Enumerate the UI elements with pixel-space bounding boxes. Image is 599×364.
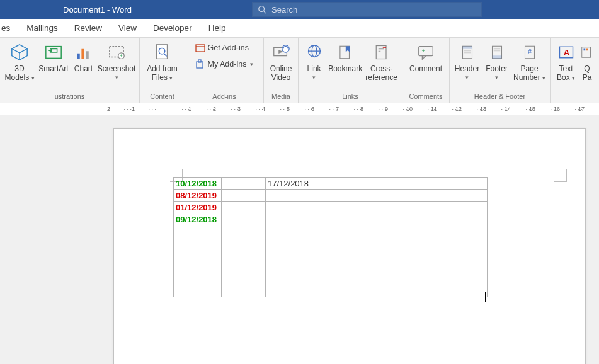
table-row[interactable]: [174, 285, 488, 297]
table-cell[interactable]: [311, 178, 355, 190]
tab-mailings[interactable]: Mailings: [18, 19, 66, 38]
get-addins-button[interactable]: Get Add-ins: [195, 43, 254, 53]
table-cell[interactable]: [355, 178, 399, 190]
table-cell[interactable]: [266, 237, 311, 249]
table-cell[interactable]: [399, 249, 443, 261]
table-cell[interactable]: [355, 273, 399, 285]
table-row[interactable]: 01/12/2019: [174, 202, 488, 213]
table-cell[interactable]: [311, 249, 355, 261]
table-cell[interactable]: [222, 190, 266, 202]
table-cell[interactable]: [399, 273, 443, 285]
table-row[interactable]: 08/12/2019: [174, 190, 488, 202]
table-cell[interactable]: [222, 178, 266, 190]
table-cell[interactable]: [174, 273, 222, 285]
table-row[interactable]: [174, 225, 488, 237]
table-cell[interactable]: [443, 190, 488, 202]
table-cell[interactable]: [222, 202, 266, 213]
table-cell[interactable]: [266, 273, 311, 285]
smartart-button[interactable]: SmartArt: [37, 40, 71, 83]
table-row[interactable]: 10/12/201817/12/2018: [174, 178, 488, 190]
table-cell[interactable]: [266, 190, 311, 202]
table-cell[interactable]: [174, 285, 222, 297]
quick-parts-button[interactable]: Q Pa: [579, 40, 595, 83]
table-cell[interactable]: [443, 178, 488, 190]
table-cell[interactable]: [222, 237, 266, 249]
table-row[interactable]: [174, 249, 488, 261]
table-cell[interactable]: [399, 178, 443, 190]
table-cell[interactable]: [399, 202, 443, 213]
link-button[interactable]: Link ▾: [301, 40, 327, 83]
screenshot-button[interactable]: + Screenshot ▾: [96, 40, 137, 83]
table-cell[interactable]: [355, 261, 399, 273]
table-cell[interactable]: 08/12/2019: [174, 190, 222, 202]
tab-partial[interactable]: es: [0, 19, 18, 38]
table-row[interactable]: [174, 273, 488, 285]
online-video-button[interactable]: Online Video: [266, 40, 295, 83]
table-cell[interactable]: [222, 261, 266, 273]
page-number-button[interactable]: # Page Number ▾: [511, 40, 547, 84]
table-cell[interactable]: [174, 225, 222, 237]
table-cell[interactable]: [355, 237, 399, 249]
chart-button[interactable]: Chart: [71, 40, 96, 83]
tab-help[interactable]: Help: [200, 19, 234, 38]
table-cell[interactable]: [399, 237, 443, 249]
table-cell[interactable]: [266, 225, 311, 237]
table-row[interactable]: [174, 261, 488, 273]
table-cell[interactable]: [311, 261, 355, 273]
table-cell[interactable]: [355, 202, 399, 213]
table-cell[interactable]: [443, 249, 488, 261]
table-cell[interactable]: [443, 261, 488, 273]
table-cell[interactable]: [222, 285, 266, 297]
table-cell[interactable]: [266, 249, 311, 261]
table-cell[interactable]: [443, 285, 488, 297]
table-row[interactable]: [174, 237, 488, 249]
table-cell[interactable]: [355, 285, 399, 297]
table-cell[interactable]: [399, 190, 443, 202]
table-cell[interactable]: [311, 202, 355, 213]
table-cell[interactable]: [222, 213, 266, 225]
tab-view[interactable]: View: [110, 19, 145, 38]
table-cell[interactable]: [443, 213, 488, 225]
bookmark-button[interactable]: Bookmark: [327, 40, 363, 83]
table-cell[interactable]: 01/12/2019: [174, 202, 222, 213]
document-table[interactable]: 10/12/201817/12/201808/12/201901/12/2019…: [173, 177, 488, 297]
table-cell[interactable]: [266, 261, 311, 273]
table-cell[interactable]: [399, 261, 443, 273]
table-cell[interactable]: [311, 273, 355, 285]
search-box[interactable]: Search: [252, 2, 482, 17]
tab-review[interactable]: Review: [66, 19, 110, 38]
3d-models-button[interactable]: 3D Models ▾: [3, 40, 37, 84]
add-from-files-button[interactable]: Add from Files ▾: [142, 40, 182, 84]
table-cell[interactable]: [266, 202, 311, 213]
table-cell[interactable]: [311, 237, 355, 249]
table-cell[interactable]: [311, 285, 355, 297]
table-cell[interactable]: [355, 225, 399, 237]
table-cell[interactable]: [174, 237, 222, 249]
cross-reference-button[interactable]: Cross- reference: [363, 40, 399, 83]
page[interactable]: 10/12/201817/12/201808/12/201901/12/2019…: [113, 128, 586, 364]
table-cell[interactable]: 09/12/2018: [174, 213, 222, 225]
table-cell[interactable]: [355, 213, 399, 225]
table-cell[interactable]: [222, 273, 266, 285]
table-cell[interactable]: [311, 190, 355, 202]
table-cell[interactable]: [266, 213, 311, 225]
comment-button[interactable]: + Comment: [406, 40, 446, 83]
table-cell[interactable]: [174, 261, 222, 273]
table-cell[interactable]: [222, 225, 266, 237]
my-addins-button[interactable]: My Add-ins ▾: [195, 59, 254, 69]
table-cell[interactable]: [399, 213, 443, 225]
table-cell[interactable]: [266, 285, 311, 297]
table-cell[interactable]: [222, 249, 266, 261]
table-cell[interactable]: [355, 190, 399, 202]
table-row[interactable]: 09/12/2018: [174, 213, 488, 225]
table-cell[interactable]: [399, 285, 443, 297]
text-box-button[interactable]: A Text Box ▾: [553, 40, 579, 84]
table-cell[interactable]: [399, 225, 443, 237]
table-cell[interactable]: [355, 249, 399, 261]
table-cell[interactable]: 10/12/2018: [174, 178, 222, 190]
tab-developer[interactable]: Developer: [145, 19, 200, 38]
table-cell[interactable]: [443, 237, 488, 249]
table-cell[interactable]: [311, 225, 355, 237]
table-cell[interactable]: [443, 202, 488, 213]
horizontal-ruler[interactable]: 2· · ·1· · ·· · · 1· · · 2· · · 3· · · 4…: [0, 103, 599, 115]
